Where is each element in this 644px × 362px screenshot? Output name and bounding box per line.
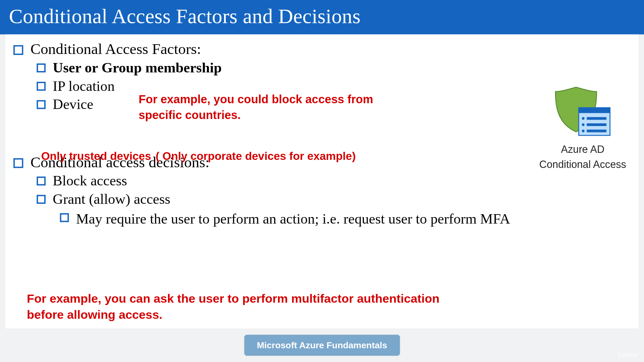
azure-ad-ca-illustration: Azure AD Conditional Access <box>536 85 630 171</box>
factor-ip-label: IP location <box>53 78 114 94</box>
factors-heading: Conditional Access Factors: <box>31 41 201 58</box>
decision-item-mfa: May require the user to perform an actio… <box>60 209 634 229</box>
factor-device-label: Device <box>53 96 93 113</box>
udemy-watermark: Udemy <box>618 351 638 358</box>
decision-mfa-label: May require the user to perform an actio… <box>76 209 609 229</box>
decision-item-grant: Grant (allow) access <box>37 191 634 207</box>
bullet-icon <box>37 63 46 72</box>
svg-point-6 <box>582 130 585 132</box>
bullet-icon <box>37 100 46 109</box>
svg-rect-7 <box>587 130 606 132</box>
slide-title-bar: Conditional Access Factors and Decisions <box>0 0 644 35</box>
svg-point-4 <box>582 123 585 126</box>
factor-item-user-group: User or Group membership <box>37 59 634 76</box>
svg-rect-1 <box>579 108 610 113</box>
slide-title: Conditional Access Factors and Decisions <box>9 5 361 28</box>
bullet-icon <box>60 213 69 222</box>
svg-rect-3 <box>587 117 606 120</box>
slide: Conditional Access Factors and Decisions… <box>0 0 644 362</box>
azure-label-line1: Azure AD <box>536 143 630 156</box>
decision-block-label: Block access <box>53 173 127 189</box>
bullet-icon <box>37 82 46 91</box>
slide-body: Conditional Access Factors: User or Grou… <box>5 35 639 328</box>
shield-document-icon <box>554 85 612 139</box>
bullet-icon <box>13 158 23 168</box>
note-mfa-example: For example, you can ask the user to per… <box>27 291 443 323</box>
decision-grant-label: Grant (allow) access <box>53 191 170 207</box>
bullet-icon <box>13 45 23 55</box>
note-device-trusted: Only trusted devices <box>41 149 151 164</box>
azure-label-line2: Conditional Access <box>536 159 630 171</box>
factors-heading-row: Conditional Access Factors: <box>13 41 634 58</box>
svg-point-2 <box>582 117 585 120</box>
note-device-corporate: ( Only corporate devices for example) <box>156 149 356 164</box>
bullet-icon <box>37 195 46 204</box>
note-ip-location: For example, you could block access from… <box>139 92 389 123</box>
factor-user-group-label: User or Group membership <box>53 59 222 76</box>
footer-course-label: Microsoft Azure Fundamentals <box>244 335 399 356</box>
decision-item-block: Block access <box>37 173 634 189</box>
bullet-icon <box>37 177 46 186</box>
svg-rect-5 <box>587 123 606 126</box>
